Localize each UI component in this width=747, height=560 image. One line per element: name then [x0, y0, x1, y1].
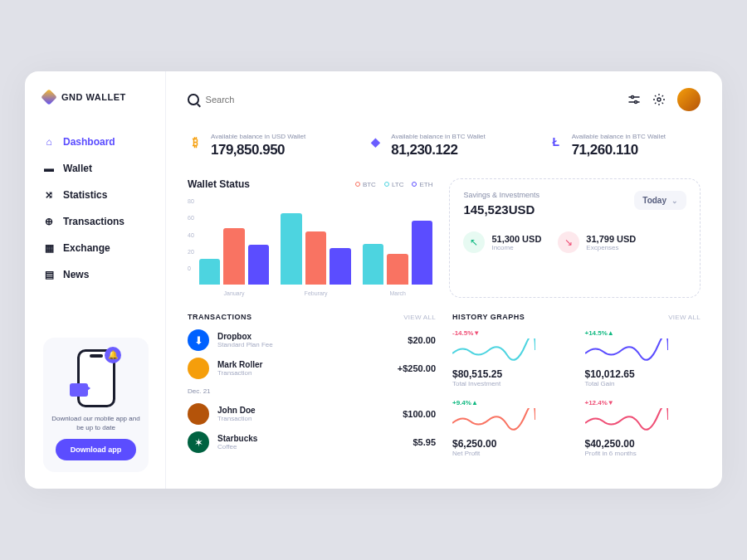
brand-name: GND WALLET	[61, 92, 126, 102]
transaction-row[interactable]: ✶StarbucksCoffee$5.95	[188, 431, 436, 453]
month-group: Feburary	[281, 212, 351, 285]
expenses-stat: ↘ 31,799 USD Excpenses	[558, 231, 636, 253]
history-change: +12.4%▼	[585, 399, 701, 407]
history-item: +14.5%▲$10,012.65Total Gain	[585, 329, 701, 387]
promo-text: Download our mobile app and be up to dat…	[51, 414, 140, 432]
legend-dot-btc	[355, 182, 360, 187]
transaction-sub: Transaction	[217, 369, 262, 377]
history-item: +12.4%▼$40,250.00Profit in 6 months	[585, 399, 701, 457]
wallet-status-chart: 806040200 JanuaryFeburaryMarch	[188, 198, 432, 298]
news-icon: ▤	[43, 269, 55, 280]
balance-value: 71,260.110	[572, 142, 666, 158]
transaction-row[interactable]: ⬇DropboxStandard Plan Fee$20.00	[188, 329, 436, 351]
transaction-amount: +$250.00	[398, 363, 436, 373]
message-icon	[70, 383, 88, 397]
transaction-row[interactable]: John DoeTransaction$100.00	[188, 403, 436, 425]
expenses-value: 31,799 USD	[586, 234, 636, 244]
legend-dot-eth	[412, 182, 417, 187]
download-app-button[interactable]: Download app	[56, 439, 137, 460]
sidebar-item-exchange[interactable]: ▦Exchange	[43, 236, 165, 261]
income-stat: ↖ 51,300 USD Income	[463, 231, 541, 253]
transaction-sub: Transaction	[217, 415, 256, 422]
bar	[248, 245, 270, 285]
history-value: $40,250.00	[585, 438, 701, 450]
sidebar-label: Transactions	[63, 216, 124, 227]
x-axis-label: March	[389, 290, 405, 296]
history-label: Net Profit	[452, 450, 569, 457]
promo-card: 🔔 Download our mobile app and be up to d…	[43, 338, 149, 472]
history-view-all[interactable]: VIEW ALL	[668, 314, 701, 321]
bar	[281, 213, 302, 285]
bar	[305, 231, 327, 285]
history-value: $6,250.00	[452, 438, 569, 450]
user-avatar[interactable]	[677, 88, 701, 111]
store-icon: ▦	[43, 242, 55, 254]
topbar	[188, 88, 701, 111]
svg-point-4	[657, 98, 661, 101]
shuffle-icon: ⤨	[43, 189, 55, 201]
sidebar-label: Dashboard	[63, 136, 115, 148]
sidebar-item-news[interactable]: ▤News	[43, 262, 165, 287]
month-group: January	[199, 212, 270, 285]
sidebar-label: Exchange	[63, 242, 110, 254]
svg-point-2	[632, 96, 634, 99]
legend-dot-ltc	[384, 182, 389, 187]
bitcoin-icon: ₿	[188, 134, 203, 149]
period-select[interactable]: Today ⌄	[634, 191, 686, 210]
sparkline	[585, 338, 668, 362]
y-axis: 806040200	[188, 198, 194, 285]
settings-icon[interactable]	[652, 93, 666, 106]
phone-illustration: 🔔	[77, 349, 115, 407]
sidebar: GND WALLET ⌂Dashboard ▬Wallet ⤨Statistic…	[25, 71, 166, 489]
ethereum-icon: ◆	[368, 134, 383, 149]
transactions-list: ⬇DropboxStandard Plan Fee$20.00Mark Roll…	[188, 329, 436, 453]
chevron-down-icon: ⌄	[671, 197, 678, 205]
savings-card: Savings & Investments 145,523USD Today ⌄…	[449, 178, 701, 298]
sidebar-item-dashboard[interactable]: ⌂Dashboard	[43, 129, 165, 154]
transaction-name: John Doe	[217, 406, 256, 415]
history-title: HISTORY GRAPHS	[452, 313, 525, 321]
transaction-row[interactable]: Mark RollerTransaction+$250.00	[188, 358, 436, 379]
transactions-view-all[interactable]: VIEW ALL	[403, 314, 436, 321]
sidebar-nav: ⌂Dashboard ▬Wallet ⤨Statistics ⊕Transact…	[43, 129, 165, 287]
sidebar-item-wallet[interactable]: ▬Wallet	[43, 156, 165, 181]
balances-row: ₿ Available balance in USD Wallet 179,85…	[188, 133, 701, 158]
transaction-name: Mark Roller	[217, 360, 262, 369]
history-item: +9.4%▲$6,250.00Net Profit	[452, 399, 569, 457]
savings-value: 145,523USD	[463, 202, 540, 217]
litecoin-icon: Ł	[549, 134, 564, 149]
income-label: Income	[491, 244, 541, 251]
history-label: Profit in 6 months	[585, 450, 701, 457]
sidebar-item-statistics[interactable]: ⤨Statistics	[43, 183, 165, 207]
sparkline	[452, 408, 535, 431]
transaction-date: Dec. 21	[188, 387, 436, 395]
balance-label: Available balance in BTC Wallet	[391, 133, 485, 140]
search-icon	[188, 94, 199, 105]
sidebar-label: Wallet	[63, 163, 92, 174]
history-label: Total Gain	[585, 380, 701, 387]
bars-area: JanuaryFeburaryMarch	[199, 198, 433, 285]
arrow-up-left-icon: ↖	[463, 231, 485, 253]
logo-icon	[41, 89, 57, 105]
history-grid: -14.5%▼$80,515.25Total Investment+14.5%▲…	[452, 329, 701, 457]
globe-icon: ⊕	[43, 216, 55, 227]
search-input[interactable]	[206, 95, 616, 105]
balance-ltc: Ł Available balance in BTC Wallet 71,260…	[549, 133, 701, 158]
arrow-down-right-icon: ↘	[558, 231, 579, 253]
bar	[387, 254, 408, 285]
chart-legend: BTC LTC ETH	[355, 181, 433, 188]
transaction-sub: Coffee	[217, 443, 257, 450]
balance-label: Available balance in BTC Wallet	[572, 133, 666, 140]
transactions-title: TRANSACTIONS	[188, 313, 252, 321]
balance-value: 81,230.122	[391, 142, 485, 158]
filter-icon[interactable]	[627, 93, 641, 106]
balance-usd: ₿ Available balance in USD Wallet 179,85…	[188, 133, 339, 158]
x-axis-label: January	[224, 290, 245, 296]
sidebar-item-transactions[interactable]: ⊕Transactions	[43, 209, 165, 234]
balance-label: Available balance in USD Wallet	[211, 133, 305, 140]
transaction-amount: $5.95	[413, 437, 436, 447]
expenses-label: Excpenses	[586, 244, 636, 251]
savings-label: Savings & Investments	[463, 191, 540, 199]
transaction-amount: $20.00	[408, 335, 436, 345]
svg-point-3	[635, 101, 637, 104]
